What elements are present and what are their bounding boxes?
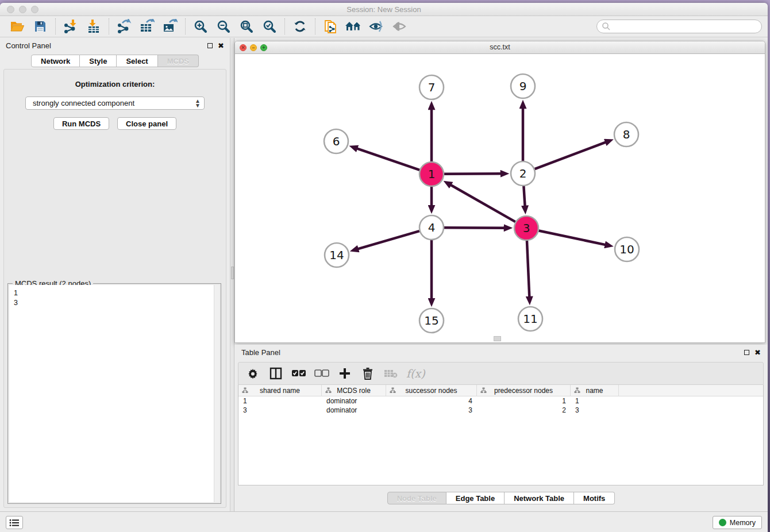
tab-node-table[interactable]: Node Table	[387, 492, 446, 504]
table-cell[interactable]: 3	[238, 406, 322, 415]
graph-node-2[interactable]: 2	[511, 161, 535, 186]
export-image-icon[interactable]	[160, 18, 180, 35]
column-header-shared-name[interactable]: shared name	[238, 385, 322, 396]
table-cell[interactable]: 1	[571, 396, 619, 406]
tab-motifs[interactable]: Motifs	[574, 492, 615, 504]
result-item[interactable]: 3	[14, 298, 220, 308]
table-body[interactable]: 1dominator4113dominator323	[238, 396, 763, 415]
edge-1-6[interactable]	[357, 148, 419, 170]
delete-column-icon[interactable]	[360, 366, 375, 381]
graph-node-4[interactable]: 4	[419, 215, 444, 240]
close-panel-button[interactable]: Close panel	[117, 117, 176, 130]
column-header-MCDS-role[interactable]: MCDS role	[322, 385, 386, 396]
tab-mcds[interactable]: MCDS	[158, 55, 199, 67]
hide-selected-icon[interactable]	[367, 18, 386, 35]
graph-node-15[interactable]: 15	[419, 309, 444, 333]
column-header-name[interactable]: name	[571, 385, 619, 396]
table-cell[interactable]: 2	[477, 406, 571, 415]
table-cell[interactable]: 1	[477, 396, 571, 406]
edge-4-14[interactable]	[357, 231, 419, 249]
table-cell[interactable]: 1	[238, 396, 322, 406]
network-maximize-icon[interactable]: +	[260, 44, 267, 51]
edge-3-11[interactable]	[527, 241, 529, 297]
mcds-result-list[interactable]: 13	[9, 285, 220, 502]
edge-3-1[interactable]	[451, 185, 515, 222]
settings-gear-icon[interactable]	[245, 366, 260, 381]
graph-node-14[interactable]: 14	[325, 243, 349, 267]
zoom-in-icon[interactable]	[191, 18, 210, 35]
graph-node-9[interactable]: 9	[511, 74, 535, 98]
add-column-icon[interactable]	[337, 366, 352, 381]
tab-style[interactable]: Style	[80, 55, 117, 67]
panel-splitter[interactable]	[230, 38, 234, 511]
graph-node-7[interactable]: 7	[419, 75, 444, 99]
result-scrollbar[interactable]	[214, 285, 220, 502]
zoom-selected-icon[interactable]	[260, 18, 279, 35]
network-close-icon[interactable]: ✕	[240, 44, 247, 51]
edge-2-3[interactable]	[523, 186, 525, 206]
import-network-icon[interactable]	[61, 18, 80, 35]
deselect-all-icon[interactable]	[314, 366, 329, 381]
column-header-predecessor-nodes[interactable]: predecessor nodes	[477, 385, 571, 396]
table-cell[interactable]: 3	[571, 406, 619, 415]
graph-node-1[interactable]: 1	[419, 162, 444, 186]
svg-text:15: 15	[424, 314, 438, 327]
first-neighbors-icon[interactable]	[344, 18, 363, 35]
zoom-fit-icon[interactable]	[237, 18, 256, 35]
edge-4-3[interactable]	[444, 228, 505, 228]
criterion-dropdown[interactable]: strongly connected component ▲▼	[25, 97, 205, 110]
task-history-button[interactable]	[6, 516, 23, 529]
edge-1-2[interactable]	[444, 174, 501, 174]
float-table-panel-icon[interactable]	[744, 350, 749, 355]
edge-2-8[interactable]	[535, 142, 606, 169]
node-table[interactable]: shared nameMCDS rolesuccessor nodesprede…	[238, 385, 764, 485]
memory-button[interactable]: Memory	[713, 516, 762, 529]
table-cell[interactable]: 4	[386, 396, 477, 406]
graph-node-8[interactable]: 8	[614, 122, 638, 147]
table-row[interactable]: 1dominator411	[238, 396, 763, 406]
table-header-row[interactable]: shared nameMCDS rolesuccessor nodesprede…	[238, 385, 763, 396]
refresh-icon[interactable]	[290, 18, 310, 35]
import-table-icon[interactable]	[84, 18, 103, 35]
tab-select[interactable]: Select	[117, 55, 157, 67]
network-minimize-icon[interactable]: −	[250, 44, 257, 51]
mcds-result-group: MCDS result (2 nodes) 13	[7, 283, 221, 504]
column-layout-icon[interactable]	[268, 366, 283, 381]
open-file-icon[interactable]	[7, 18, 27, 35]
svg-text:9: 9	[519, 79, 527, 93]
table-panel: Table Panel ✖	[234, 345, 768, 511]
network-canvas[interactable]: 7968124314101511	[235, 54, 765, 342]
canvas-resize-grip-icon[interactable]	[494, 336, 501, 341]
search-input[interactable]	[596, 20, 762, 33]
export-network-icon[interactable]	[114, 18, 134, 35]
select-all-icon[interactable]	[291, 366, 306, 381]
toolbar-separator	[284, 18, 285, 34]
graph-node-6[interactable]: 6	[324, 129, 348, 153]
network-graph[interactable]: 7968124314101511	[235, 54, 765, 342]
network-window-titlebar[interactable]: ✕ − + scc.txt	[235, 41, 765, 54]
tab-network-table[interactable]: Network Table	[505, 492, 574, 504]
float-panel-icon[interactable]	[207, 43, 213, 48]
table-cell[interactable]: 3	[386, 406, 477, 415]
graph-node-10[interactable]: 10	[615, 237, 639, 261]
column-header-successor-nodes[interactable]: successor nodes	[386, 385, 477, 396]
splitter-grip-icon[interactable]	[231, 267, 234, 279]
table-cell[interactable]: dominator	[322, 396, 386, 406]
run-mcds-button[interactable]: Run MCDS	[53, 117, 109, 130]
save-session-icon[interactable]	[30, 18, 50, 35]
close-table-panel-icon[interactable]: ✖	[754, 349, 761, 356]
new-network-from-selection-icon[interactable]	[321, 18, 340, 35]
table-cell[interactable]: dominator	[322, 406, 386, 415]
graph-node-3[interactable]: 3	[514, 216, 538, 240]
export-table-icon[interactable]	[137, 18, 157, 35]
graph-node-11[interactable]: 11	[518, 307, 542, 331]
close-panel-icon[interactable]: ✖	[218, 42, 224, 49]
toolbar-separator	[109, 18, 109, 34]
tab-edge-table[interactable]: Edge Table	[446, 492, 505, 504]
list-icon	[9, 519, 20, 527]
edge-3-10[interactable]	[539, 231, 606, 245]
zoom-out-icon[interactable]	[214, 18, 233, 35]
result-item[interactable]: 1	[14, 288, 220, 298]
table-row[interactable]: 3dominator323	[238, 406, 763, 415]
tab-network[interactable]: Network	[31, 55, 80, 67]
